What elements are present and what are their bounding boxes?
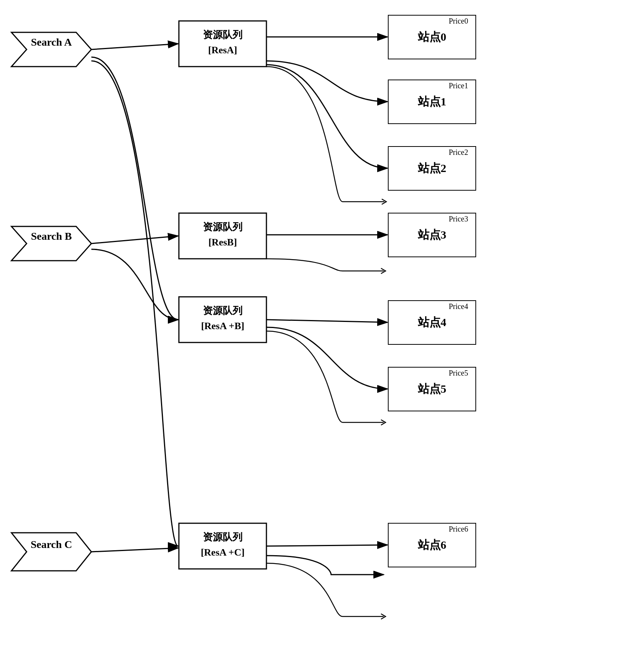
arrow-resac-overflow [266, 563, 384, 616]
queue-resb-line2: [ResB] [208, 237, 237, 248]
arrow-resa-to-s1 [266, 61, 387, 102]
station-3-label: 站点3 [418, 228, 446, 241]
station-6-label: 站点6 [418, 538, 446, 551]
station-0-price: Price0 [449, 17, 468, 25]
arrow-searchc-to-resac [91, 548, 178, 552]
station-2-label: 站点2 [418, 162, 446, 174]
arrow-searchb-to-resb [91, 236, 178, 244]
arrow-resa-overflow [266, 67, 384, 202]
queue-resac-box [179, 523, 266, 569]
arrow-resb-overflow [266, 259, 384, 271]
station-4-label: 站点4 [418, 316, 446, 328]
arrow-searcha-to-resa [91, 44, 178, 49]
arrow-resab-overflow [266, 331, 384, 422]
station-2-price: Price2 [449, 148, 468, 156]
search-a-label: Search A [31, 36, 72, 48]
queue-resa-box [179, 21, 266, 67]
queue-resab-line2: [ResA +B] [201, 320, 244, 331]
queue-resb-box [179, 213, 266, 259]
arrow-resa-to-s2 [266, 65, 387, 168]
arrow-searchb-to-resab [91, 249, 178, 320]
queue-resab-line1: 资源队列 [203, 305, 242, 316]
queue-resa-line1: 资源队列 [203, 29, 242, 40]
queue-resac-line2: [ResA +C] [201, 547, 244, 558]
queue-resab-box [179, 297, 266, 342]
station-6-price: Price6 [449, 525, 468, 533]
arrow-resab-to-s5 [266, 327, 387, 389]
station-5-label: 站点5 [418, 382, 446, 395]
queue-resb-line1: 资源队列 [203, 221, 242, 233]
queue-resa-line2: [ResA] [208, 45, 238, 56]
queue-resac-line1: 资源队列 [203, 532, 242, 543]
station-5-price: Price5 [449, 369, 468, 377]
arrow-resac-to-s6 [266, 545, 387, 546]
station-4-price: Price4 [449, 302, 468, 311]
arrow-searcha-to-resab [91, 57, 178, 320]
station-1-label: 站点1 [418, 95, 446, 108]
station-3-price: Price3 [449, 215, 468, 223]
search-b-label: Search B [31, 230, 72, 242]
diagram-canvas: Search A Search B Search C 资源队列 [ResA] 资… [0, 0, 644, 661]
search-c-label: Search C [30, 538, 72, 550]
station-0-label: 站点0 [418, 30, 446, 43]
arrow-resab-to-s4 [266, 320, 387, 322]
station-1-price: Price1 [449, 81, 468, 90]
